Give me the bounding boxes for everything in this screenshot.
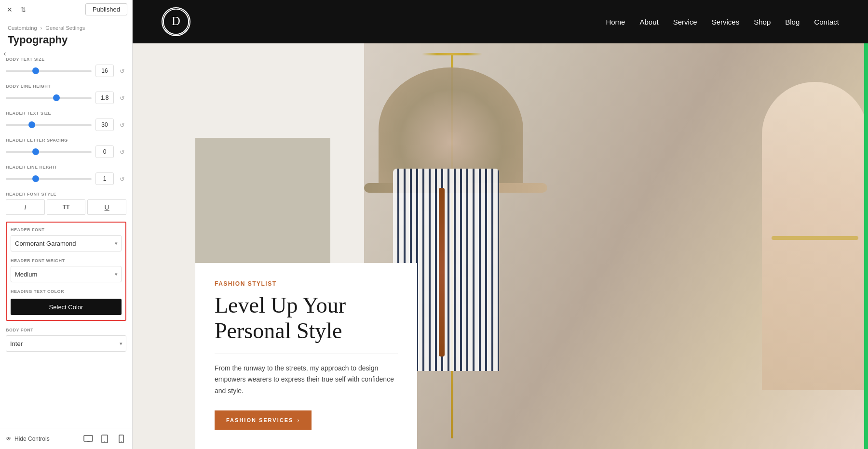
cta-button[interactable]: FASHION SERVICES › xyxy=(215,410,312,430)
header-font-group: HEADER FONT Cormorant Garamond Playfair … xyxy=(11,227,122,251)
header-line-height-label: HEADER LINE HEIGHT xyxy=(6,165,126,170)
hero-card: FASHION STYLIST Level Up Your Personal S… xyxy=(195,263,417,449)
panel-topbar: ✕ ⇅ Published xyxy=(0,0,132,19)
header-font-label: HEADER FONT xyxy=(11,227,122,232)
nav-blog[interactable]: Blog xyxy=(785,18,800,26)
body-text-size-input[interactable] xyxy=(95,65,114,77)
body-line-height-row: ↺ xyxy=(6,92,126,104)
header-font-weight-group: HEADER FONT WEIGHT Thin Light Regular Me… xyxy=(11,258,122,282)
hero-title-line1: Level Up Your xyxy=(215,293,346,317)
desktop-icon[interactable] xyxy=(83,434,94,444)
nav-service[interactable]: Service xyxy=(673,18,697,26)
green-accent-bar xyxy=(864,43,868,449)
hero-title-line2: Personal Style xyxy=(215,318,342,343)
header-text-size-input[interactable] xyxy=(95,119,114,131)
body-line-height-slider[interactable] xyxy=(6,97,92,99)
tablet-icon[interactable] xyxy=(99,434,110,444)
header-font-style-label: HEADER FONT STYLE xyxy=(6,192,126,197)
panel-content: BODY TEXT SIZE ↺ BODY LINE HEIGHT ↺ xyxy=(0,52,132,428)
close-icon[interactable]: ✕ xyxy=(5,5,14,14)
hide-controls-label: Hide Controls xyxy=(14,436,50,442)
nav-home[interactable]: Home xyxy=(606,18,625,26)
cta-arrow-icon: › xyxy=(297,417,300,423)
leather-strap xyxy=(439,188,445,357)
panel-footer: 👁 Hide Controls xyxy=(0,428,132,449)
header-line-height-group: HEADER LINE HEIGHT ↺ xyxy=(6,165,126,185)
header-line-height-slider[interactable] xyxy=(6,178,92,180)
svg-point-6 xyxy=(121,441,122,442)
hero-image-area xyxy=(364,43,868,449)
header-letter-spacing-input[interactable] xyxy=(95,145,114,158)
published-button[interactable]: Published xyxy=(85,3,127,15)
underline-button[interactable]: U xyxy=(87,199,126,215)
header-letter-spacing-row: ↺ xyxy=(6,145,126,158)
mobile-icon[interactable] xyxy=(116,434,126,444)
hero-description: From the runway to the streets, my appro… xyxy=(215,363,398,397)
nav-contact[interactable]: Contact xyxy=(814,18,839,26)
body-font-label: BODY FONT xyxy=(6,328,126,332)
cta-label: FASHION SERVICES xyxy=(226,417,293,423)
svg-point-4 xyxy=(104,441,105,442)
svg-rect-0 xyxy=(84,436,93,441)
header-text-size-group: HEADER TEXT SIZE ↺ xyxy=(6,111,126,131)
back-button[interactable]: ‹ xyxy=(0,46,10,61)
header-line-height-reset[interactable]: ↺ xyxy=(118,174,126,183)
select-color-button[interactable]: Select Color xyxy=(11,299,122,315)
header-letter-spacing-slider-container xyxy=(6,147,92,157)
body-line-height-slider-container xyxy=(6,93,92,103)
header-text-size-slider[interactable] xyxy=(6,124,92,126)
body-text-size-slider[interactable] xyxy=(6,70,92,72)
header-font-style-group: HEADER FONT STYLE I TT U xyxy=(6,192,126,215)
bracelet xyxy=(772,236,858,240)
header-letter-spacing-label: HEADER LETTER SPACING xyxy=(6,138,126,143)
header-line-height-row: ↺ xyxy=(6,172,126,185)
body-text-size-row: ↺ xyxy=(6,65,126,77)
nav-about[interactable]: About xyxy=(639,18,658,26)
site-header: D Home About Service Services Shop Blog … xyxy=(133,0,868,43)
heading-text-color-group: HEADING TEXT COLOR Select Color xyxy=(11,289,122,315)
body-line-height-reset[interactable]: ↺ xyxy=(118,93,126,102)
body-text-size-slider-container xyxy=(6,66,92,76)
body-font-dropdown-row: Inter Roboto Open Sans Lato ▾ xyxy=(6,335,126,352)
header-font-weight-dropdown-row: Thin Light Regular Medium Bold Extra Bol… xyxy=(11,266,122,282)
header-line-height-input[interactable] xyxy=(95,172,114,185)
highlighted-section: HEADER FONT Cormorant Garamond Playfair … xyxy=(6,222,126,321)
body-text-size-label: BODY TEXT SIZE xyxy=(6,57,126,62)
site-nav: Home About Service Services Shop Blog Co… xyxy=(606,18,839,26)
body-line-height-input[interactable] xyxy=(95,92,114,104)
nav-services[interactable]: Services xyxy=(712,18,740,26)
body-text-size-reset[interactable]: ↺ xyxy=(118,66,126,75)
clothing-stand-crossbar xyxy=(422,53,482,55)
header-font-dropdown-row: Cormorant Garamond Playfair Display Geor… xyxy=(11,235,122,251)
page-title: Typography xyxy=(0,33,132,52)
svg-text:D: D xyxy=(172,14,180,27)
main-content: FASHION STYLIST Level Up Your Personal S… xyxy=(133,43,868,449)
topbar-left: ✕ ⇅ xyxy=(5,5,28,14)
content-left: FASHION STYLIST Level Up Your Personal S… xyxy=(133,43,364,449)
header-letter-spacing-group: HEADER LETTER SPACING ↺ xyxy=(6,138,126,158)
reorder-icon[interactable]: ⇅ xyxy=(18,5,28,14)
header-letter-spacing-slider[interactable] xyxy=(6,151,92,153)
font-style-row: I TT U xyxy=(6,199,126,215)
header-text-size-row: ↺ xyxy=(6,119,126,131)
heading-text-color-label: HEADING TEXT COLOR xyxy=(11,289,122,294)
header-font-weight-select[interactable]: Thin Light Regular Medium Bold Extra Bol… xyxy=(11,266,122,282)
site-logo: D xyxy=(162,7,190,36)
bold-button[interactable]: TT xyxy=(47,199,86,215)
body-text-size-group: BODY TEXT SIZE ↺ xyxy=(6,57,126,77)
body-line-height-label: BODY LINE HEIGHT xyxy=(6,84,126,89)
body-line-height-group: BODY LINE HEIGHT ↺ xyxy=(6,84,126,104)
left-panel: ✕ ⇅ Published ‹ Customizing › General Se… xyxy=(0,0,133,449)
breadcrumb: Customizing › General Settings xyxy=(0,19,132,33)
device-icons xyxy=(83,434,126,444)
body-font-select[interactable]: Inter Roboto Open Sans Lato xyxy=(6,335,126,352)
body-font-group: BODY FONT Inter Roboto Open Sans Lato ▾ xyxy=(6,328,126,352)
nav-shop[interactable]: Shop xyxy=(754,18,771,26)
italic-button[interactable]: I xyxy=(6,199,45,215)
hero-title: Level Up Your Personal Style xyxy=(215,293,398,344)
header-letter-spacing-reset[interactable]: ↺ xyxy=(118,147,126,156)
header-text-size-label: HEADER TEXT SIZE xyxy=(6,111,126,116)
header-text-size-reset[interactable]: ↺ xyxy=(118,120,126,129)
header-font-select[interactable]: Cormorant Garamond Playfair Display Geor… xyxy=(11,235,122,251)
hide-controls-button[interactable]: 👁 Hide Controls xyxy=(6,436,50,442)
